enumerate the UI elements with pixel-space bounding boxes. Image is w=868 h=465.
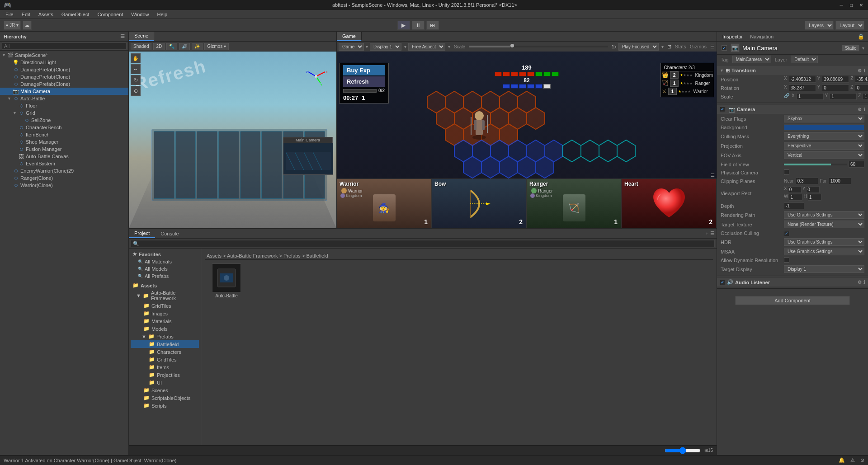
tree-item-autobattle-canvas[interactable]: 🖼Auto-Battle Canvas [0, 153, 128, 160]
materials-folder[interactable]: 📁Materials [131, 317, 199, 325]
gizmos-btn-scene[interactable]: Gizmos ▾ [204, 43, 229, 50]
gridtiles-folder[interactable]: 📁GridTiles [131, 302, 199, 310]
stats-label[interactable]: Stats [675, 44, 686, 49]
2d-btn[interactable]: 2D [153, 43, 165, 50]
item-card-bow[interactable]: Bow 2 [432, 179, 527, 228]
audio-btn[interactable]: 🔊 [179, 43, 190, 50]
project-menu-icon[interactable]: ☰ [710, 230, 715, 236]
scene-tool-move[interactable]: ↔ [131, 64, 141, 74]
tree-item-damage2[interactable]: ⬡DamagePrefab(Clone) [0, 73, 128, 80]
scale-slider[interactable] [469, 46, 608, 47]
object-name-field[interactable] [742, 45, 839, 52]
tag-dropdown[interactable]: MainCamera [732, 56, 771, 63]
game-view-dropdown[interactable]: Game [339, 43, 364, 51]
fx-btn[interactable]: ✨ [192, 43, 203, 50]
camera-header[interactable]: 📷 Camera ⚙ ℹ [717, 105, 868, 114]
auto-battle-asset[interactable]: Auto-Battle [208, 263, 245, 298]
favorites-group[interactable]: ★Favorites [131, 250, 199, 258]
images-folder[interactable]: 📁Images [131, 310, 199, 317]
project-tab[interactable]: Project [129, 229, 155, 238]
inspector-tab[interactable]: Inspector [721, 33, 745, 40]
tree-item-samplescene[interactable]: ▼🎬SampleScene* [0, 52, 128, 59]
tree-item-charbench[interactable]: ⬡CharacterBench [0, 124, 128, 131]
tree-item-itembench[interactable]: ⬡ItemBench [0, 131, 128, 138]
gizmos-label[interactable]: Gizmos [690, 44, 707, 49]
scale-lock-icon[interactable]: 🔗 [784, 93, 789, 100]
items-folder[interactable]: 📁Items [131, 363, 199, 371]
camera-info-icon[interactable]: ℹ [863, 107, 865, 112]
game-scene-content[interactable]: 189 82 [337, 52, 717, 228]
close-button[interactable]: ✕ [858, 2, 864, 8]
transform-header[interactable]: ▼ ⊞ Transform ⚙ ℹ [717, 66, 868, 75]
tree-item-damage1[interactable]: ⬡DamagePrefab(Clone) [0, 66, 128, 73]
notification-icon[interactable]: 🔔 [839, 457, 845, 463]
play-focused-dropdown[interactable]: Play Focused [618, 43, 659, 51]
audio-listener-settings-icon[interactable]: ⚙ [858, 280, 862, 285]
game-menu-icon[interactable]: ☰ [710, 44, 715, 50]
tree-item-damage3[interactable]: ⬡DamagePrefab(Clone) [0, 80, 128, 88]
culling-mask-dropdown[interactable]: Everything [784, 132, 864, 140]
target-display-dropdown[interactable]: Display 1 [784, 265, 864, 273]
item-card-warrior[interactable]: Warrior Warrior Kingdom 🧙 1 [337, 179, 432, 228]
occlusion-culling-checkbox[interactable] [784, 231, 789, 236]
assets-search-input[interactable] [131, 240, 715, 247]
scriptable-objects-folder[interactable]: 📁ScriptableObjects [131, 394, 199, 402]
fov-slider[interactable] [784, 164, 847, 165]
tree-item-warrior[interactable]: ⬡Warrior(Clone) [0, 182, 128, 189]
tree-item-main-camera[interactable]: 📷Main Camera [0, 88, 128, 95]
pos-y-input[interactable] [822, 76, 849, 83]
item-card-heart[interactable]: Heart [622, 179, 717, 228]
pos-x-input[interactable] [789, 76, 816, 83]
assets-group[interactable]: 📁Assets [131, 282, 199, 289]
rendering-path-dropdown[interactable]: Use Graphics Settings [784, 211, 864, 219]
refresh-button[interactable]: Refresh [343, 76, 385, 87]
viewport-y-input[interactable] [806, 186, 820, 193]
audio-listener-info-icon[interactable]: ℹ [863, 280, 865, 285]
battlefield-folder[interactable]: 📁Battlefield [131, 340, 199, 348]
hierarchy-menu-icon[interactable]: ☰ [120, 33, 125, 39]
menu-help[interactable]: Help [153, 11, 171, 18]
display-dropdown[interactable]: Display 1 [370, 43, 401, 51]
menu-component[interactable]: Component [94, 11, 127, 18]
step-button[interactable]: ⏭ [426, 21, 439, 30]
projectiles-folder[interactable]: 📁Projectiles [131, 371, 199, 379]
hierarchy-search-input[interactable] [2, 42, 127, 50]
maximize-button[interactable]: □ [848, 2, 854, 8]
add-folder-icon[interactable]: + [706, 231, 708, 236]
auto-battle-framework-folder[interactable]: ▼📁Auto-Battle Framework [131, 289, 199, 302]
aspect-dropdown[interactable]: Free Aspect [408, 43, 445, 51]
viewport-w-input[interactable] [789, 194, 802, 201]
menu-file[interactable]: File [2, 11, 17, 18]
tree-item-shopmanager[interactable]: ⬡Shop Manager [0, 138, 128, 146]
layers-dropdown[interactable]: Layers [805, 21, 834, 30]
object-active-checkbox[interactable] [721, 44, 728, 52]
all-prefabs-folder[interactable]: 🔍All Prefabs [131, 272, 199, 280]
tree-item-directional-light[interactable]: 💡Directional Light [0, 59, 128, 66]
game-tab[interactable]: Game [337, 32, 362, 41]
maximize-game-icon[interactable]: ⊡ [667, 44, 671, 50]
msaa-dropdown[interactable]: Use Graphics Settings [784, 248, 864, 255]
menu-window[interactable]: Window [127, 11, 152, 18]
hdr-dropdown[interactable]: Use Graphics Settings [784, 238, 864, 246]
layer-dropdown[interactable]: Default [791, 56, 818, 63]
prefabs-folder[interactable]: ▼📁Prefabs [131, 333, 199, 340]
gridtiles2-folder[interactable]: 📁GridTiles [131, 356, 199, 363]
near-input[interactable] [796, 178, 818, 184]
camera-settings-icon[interactable]: ⚙ [858, 107, 862, 112]
layout-dropdown[interactable]: Layout [835, 21, 864, 30]
menu-gameobject[interactable]: GameObject [58, 11, 93, 18]
target-texture-dropdown[interactable]: None (Render Texture) [784, 221, 864, 228]
rot-z-input[interactable] [855, 85, 868, 91]
scripts-folder[interactable]: 📁Scripts [131, 402, 199, 409]
viewport-h-input[interactable] [808, 194, 821, 201]
shaded-btn[interactable]: Shaded [131, 43, 151, 50]
characters-folder[interactable]: 📁Characters [131, 348, 199, 356]
menu-assets[interactable]: Assets [35, 11, 57, 18]
transform-settings-icon[interactable]: ⚙ [858, 68, 862, 73]
viewport-x-input[interactable] [788, 186, 802, 193]
scene-tab[interactable]: Scene [129, 32, 154, 41]
tree-item-auto-battle[interactable]: ▼⬡Auto-Battle [0, 95, 128, 102]
tree-item-grid[interactable]: ▼⬡Grid [0, 109, 128, 117]
cloud-button[interactable]: ☁ [23, 21, 32, 30]
play-button[interactable]: ▶ [397, 21, 410, 30]
